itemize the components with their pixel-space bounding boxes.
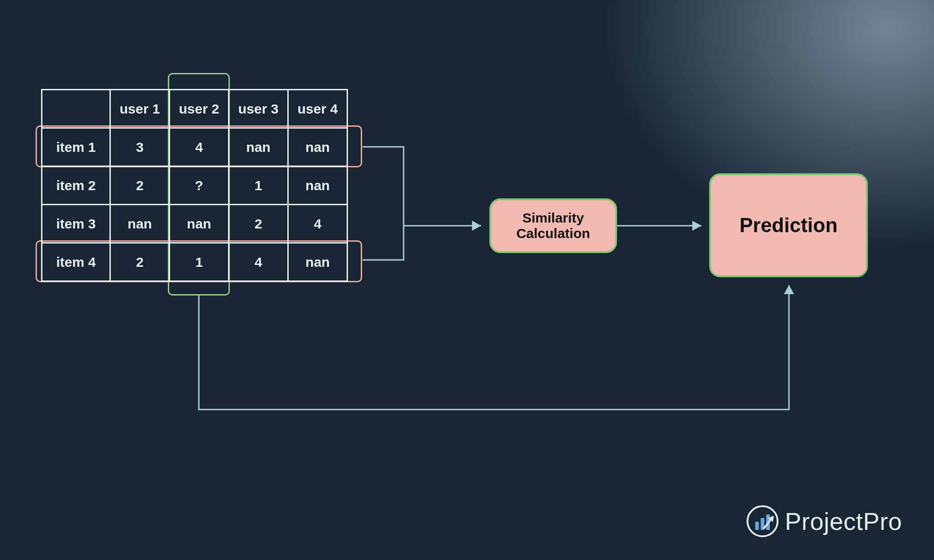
header-user2: user 2: [170, 90, 229, 128]
rating-matrix: user 1 user 2 user 3 user 4 item 1 3 4 n…: [41, 89, 348, 282]
cell: 4: [229, 243, 288, 281]
similarity-label: Similarity Calculation: [491, 210, 615, 242]
cell: ?: [170, 166, 229, 205]
cell: 3: [110, 128, 170, 166]
arrow-user2-to-pred: [199, 285, 789, 410]
arrowhead-icon: [692, 221, 701, 231]
row-label-item3: item 3: [42, 205, 110, 243]
cell: 2: [229, 205, 288, 243]
table-row: item 2 2 ? 1 nan: [42, 166, 348, 205]
cell: nan: [288, 166, 348, 205]
header-user3: user 3: [229, 90, 288, 128]
cell: nan: [170, 205, 229, 243]
row-label-item2: item 2: [42, 166, 110, 205]
cell: 2: [110, 166, 170, 205]
header-user4: user 4: [288, 90, 348, 128]
cell: 1: [229, 166, 288, 205]
brand-logo: ProjectPro: [747, 505, 902, 537]
cell: nan: [229, 128, 288, 166]
cell: nan: [288, 128, 348, 166]
header-blank: [42, 90, 110, 128]
table-header-row: user 1 user 2 user 3 user 4: [42, 90, 348, 128]
cell: nan: [110, 205, 170, 243]
row-label-item4: item 4: [42, 243, 110, 281]
prediction-node: Prediction: [709, 173, 868, 277]
cell: nan: [288, 243, 348, 281]
brand-name: ProjectPro: [785, 507, 902, 535]
row-label-item1: item 1: [42, 128, 110, 166]
table-row: item 3 nan nan 2 4: [42, 205, 348, 243]
table-row: item 1 3 4 nan nan: [42, 128, 348, 166]
table-row: item 4 2 1 4 nan: [42, 243, 348, 281]
header-user1: user 1: [110, 90, 170, 128]
similarity-node: Similarity Calculation: [489, 198, 617, 253]
arrowhead-icon: [472, 221, 481, 231]
cell: 4: [288, 205, 348, 243]
cell: 2: [110, 243, 170, 281]
cell: 1: [170, 243, 229, 281]
arrow-rows-bracket: [363, 147, 404, 260]
arrowhead-icon: [784, 285, 794, 294]
cell: 4: [170, 128, 229, 166]
logo-icon: [747, 505, 778, 537]
prediction-label: Prediction: [739, 214, 837, 237]
